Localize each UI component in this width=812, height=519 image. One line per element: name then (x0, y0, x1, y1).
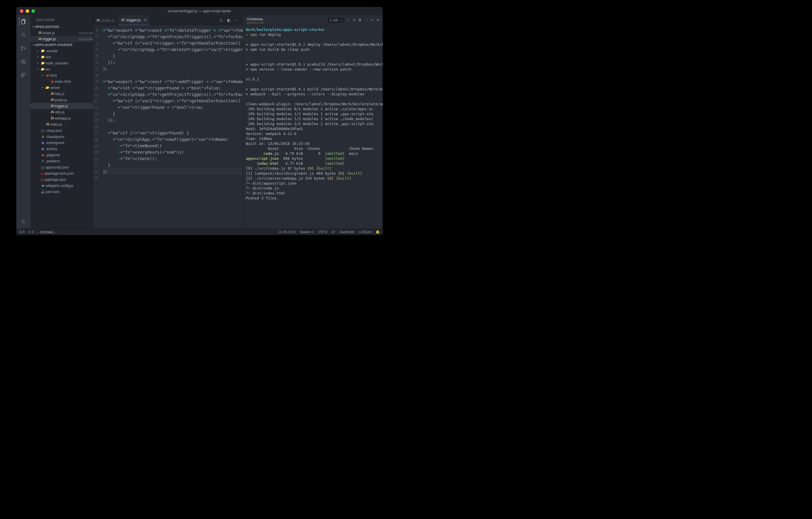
status-warnings[interactable]: ⚠ 0 (28, 230, 33, 234)
file-tree-item[interactable]: ▾📂server (30, 85, 93, 91)
svg-rect-10 (21, 73, 23, 75)
more-icon[interactable]: ⋯ (267, 19, 270, 22)
editor-pane: JSprops.jsJStrigger.js✕ ▷ ◧ ⋯ 1234567891… (93, 15, 243, 228)
code-editor[interactable]: 123456789101112131415161718192021222324 … (93, 25, 243, 228)
file-tree-item[interactable]: ▾▦html (30, 72, 93, 79)
file-tree-item[interactable]: ▸📁node_modules (30, 60, 93, 66)
prev-icon[interactable]: 〈 (365, 18, 368, 23)
cursor-position[interactable]: Ln 23, Col 2 (279, 230, 296, 234)
open-editor-item[interactable]: JSprops.jssrc/server (30, 30, 93, 36)
file-tree-item[interactable]: { }appsscript.json (30, 164, 93, 170)
svg-point-13 (23, 221, 24, 222)
file-tree-item[interactable]: ◉.eslintrc (30, 146, 93, 152)
vscode-window: src/server/trigger.js — apps-script-star… (16, 7, 383, 235)
tab-actions: ▷ ◧ ⋯ (220, 15, 243, 25)
file-tree-item[interactable]: P.prettierrc (30, 158, 93, 164)
file-tree-item[interactable]: JShttp.js (30, 91, 93, 97)
code-content[interactable]: ="kw">export ="kw">const ="fn">deleteTri… (103, 25, 243, 228)
svg-rect-12 (21, 75, 23, 77)
debug-icon[interactable] (19, 58, 27, 66)
file-tree-item[interactable]: JStrigger.js (30, 103, 93, 109)
close-window[interactable] (20, 9, 23, 13)
traffic-lights (20, 9, 35, 13)
file-tree-item[interactable]: JSindex.js (30, 121, 93, 127)
open-editors-section[interactable]: ▾ OPEN EDITORS (30, 24, 93, 30)
terminal-header: TERMINAL ⋯ 1: zsh ⌄ ＋ ◫ 🗑 〈 ▭ ✕ (243, 15, 383, 25)
search-icon[interactable] (19, 31, 27, 39)
new-terminal-icon[interactable]: ＋ (347, 18, 350, 23)
file-tree-item[interactable]: ▾📂src (30, 66, 93, 72)
terminal-shell-select[interactable]: 1: zsh ⌄ (327, 18, 344, 23)
maximize-window[interactable] (31, 9, 35, 13)
language-mode[interactable]: JavaScript (339, 230, 354, 234)
main-area: EXPLORER ▾ OPEN EDITORS JSprops.jssrc/se… (16, 15, 383, 228)
statusbar: ⊘ 0 ⚠ 0 -- NORMAL -- Ln 23, Col 2 Spaces… (16, 228, 383, 235)
chevron-down-icon: ▾ (33, 26, 34, 28)
sidebar-title: EXPLORER (30, 15, 93, 24)
svg-point-5 (21, 49, 23, 51)
titlebar: src/server/trigger.js — apps-script-star… (16, 7, 383, 15)
explorer-icon[interactable] (19, 18, 27, 26)
project-section[interactable]: ▾ APPS-SCRIPT-STARTER (30, 42, 93, 48)
encoding[interactable]: UTF-8 (318, 230, 327, 234)
window-title: src/server/trigger.js — apps-script-star… (16, 9, 383, 13)
open-editor-item[interactable]: JStrigger.jssrc/server (30, 36, 93, 42)
minimize-window[interactable] (26, 9, 29, 13)
chevron-down-icon: ▾ (33, 44, 34, 47)
file-tree-item[interactable]: ⚓yarn.lock (30, 189, 93, 195)
file-tree-item[interactable]: npmpackage-lock.json (30, 170, 93, 176)
run-icon[interactable]: ▷ (220, 18, 223, 23)
split-terminal-icon[interactable]: ◫ (353, 18, 355, 23)
file-tree-item[interactable]: 🗎.claspignore (30, 133, 93, 140)
line-gutter: 123456789101112131415161718192021222324 (93, 25, 103, 228)
more-icon[interactable]: ⋯ (235, 18, 239, 23)
panel-icon[interactable]: ▭ (371, 18, 374, 23)
settings-icon[interactable] (19, 217, 27, 226)
svg-point-6 (24, 48, 25, 49)
file-tree-item[interactable]: JSutils.js (30, 109, 93, 115)
file-tree-item[interactable]: npmpackage.json (30, 176, 93, 183)
kill-terminal-icon[interactable]: 🗑 (358, 18, 362, 23)
extensions-icon[interactable] (19, 71, 27, 79)
file-tree-item[interactable]: ◆.gitignore (30, 152, 93, 158)
svg-point-4 (21, 47, 23, 48)
vim-mode: -- NORMAL -- (37, 230, 57, 234)
split-icon[interactable]: ◧ (227, 18, 231, 23)
file-tree-item[interactable]: ◉.eslintignore (30, 140, 93, 146)
svg-rect-11 (24, 73, 25, 75)
file-tree-item[interactable]: ◈webpack.config.js (30, 183, 93, 189)
close-panel-icon[interactable]: ✕ (377, 18, 379, 23)
activity-bar (16, 15, 30, 228)
terminal-pane: TERMINAL ⋯ 1: zsh ⌄ ＋ ◫ 🗑 〈 ▭ ✕ Work/boi… (243, 15, 383, 228)
source-control-icon[interactable] (19, 44, 27, 53)
file-tree-item[interactable]: ▦index.html (30, 79, 93, 85)
close-tab-icon[interactable]: ✕ (144, 18, 147, 22)
indent-setting[interactable]: Spaces: 2 (300, 230, 314, 234)
terminal-tab[interactable]: TERMINAL (246, 18, 264, 23)
file-tree-item[interactable]: JSwebapp.js (30, 115, 93, 121)
sidebar: EXPLORER ▾ OPEN EDITORS JSprops.jssrc/se… (30, 15, 93, 228)
editor-tabs: JSprops.jsJStrigger.js✕ ▷ ◧ ⋯ (93, 15, 243, 25)
terminal-output[interactable]: Work/boilerplate/apps-script-starter → n… (243, 25, 383, 228)
eslint-status[interactable]: ⚠ ESLint (358, 230, 372, 234)
svg-rect-1 (22, 20, 25, 24)
file-tree-item[interactable]: ▸📁dist (30, 54, 93, 60)
svg-line-3 (24, 36, 25, 37)
notifications-icon[interactable]: 🔔 (376, 230, 380, 234)
editor-tab[interactable]: JStrigger.js✕ (118, 15, 150, 25)
eol[interactable]: LF (331, 230, 335, 234)
file-tree-item[interactable]: JSprops.js (30, 97, 93, 103)
svg-point-2 (21, 33, 24, 36)
status-errors[interactable]: ⊘ 0 (19, 230, 25, 234)
editor-tab[interactable]: JSprops.js (93, 15, 118, 25)
file-tree-item[interactable]: ▸📁.vscode (30, 48, 93, 54)
file-tree-item[interactable]: { }.clasp.json (30, 127, 93, 133)
